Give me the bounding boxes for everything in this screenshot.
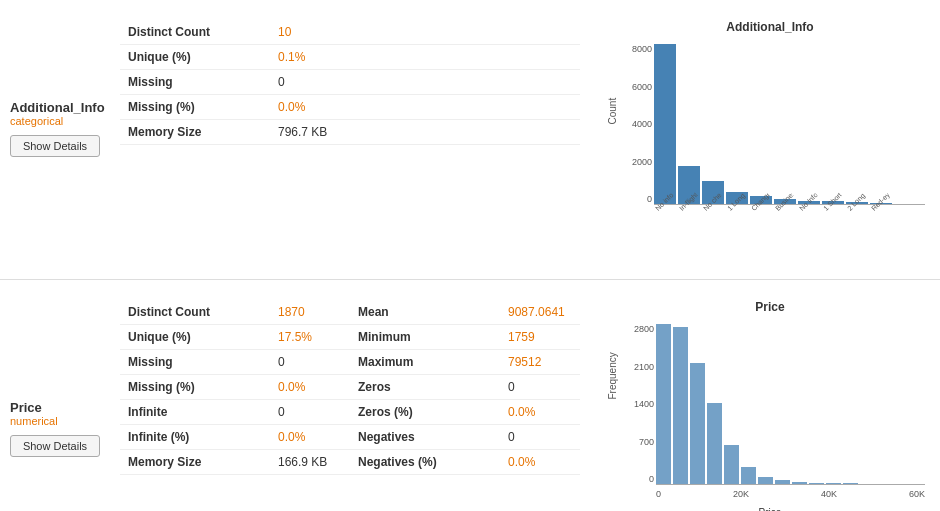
show-details-button-2[interactable]: Show Details: [10, 435, 100, 457]
stat-label: Distinct Count: [120, 20, 270, 45]
two-col-stats: Distinct Count 1870 Unique (%) 17.5% Mis…: [120, 300, 580, 475]
table-row: Negatives (%) 0.0%: [350, 450, 580, 475]
stat-value: 9087.0641: [500, 300, 580, 325]
hist-bar: [654, 44, 676, 204]
price-hist-bar: [690, 363, 705, 484]
table-row: Unique (%) 0.1%: [120, 45, 580, 70]
stat-label: Infinite: [120, 400, 270, 425]
stat-value: 0: [500, 375, 580, 400]
stat-label: Zeros: [350, 375, 500, 400]
stat-label: Unique (%): [120, 325, 270, 350]
field-name-label-2: Price: [10, 400, 90, 415]
table-row: Memory Size 166.9 KB: [120, 450, 350, 475]
y-axis-label-price: Frequency: [607, 352, 618, 399]
stat-value: 1759: [500, 325, 580, 350]
stats-col-right: Mean 9087.0641 Minimum 1759 Maximum 7951…: [350, 300, 580, 475]
table-row: Distinct Count 10: [120, 20, 580, 45]
stat-label: Memory Size: [120, 450, 270, 475]
y-tick-labels-price: 0 700 1400 2100 2800: [622, 324, 654, 484]
price-x-axis-line: [656, 484, 925, 485]
stats-table-1: Distinct Count 10 Unique (%) 0.1% Missin…: [120, 20, 580, 145]
stat-label: Missing: [120, 70, 270, 95]
stat-value: 0.0%: [500, 450, 580, 475]
stats-table-left: Distinct Count 1870 Unique (%) 17.5% Mis…: [120, 300, 350, 475]
chart-title-2: Price: [610, 300, 930, 314]
table-row: Minimum 1759: [350, 325, 580, 350]
y-tick: 8000: [624, 44, 652, 54]
price-histogram-bars: [656, 324, 909, 484]
x-tick: 0: [656, 489, 661, 499]
field-info-panel: Additional_Info categorical Show Details: [0, 10, 100, 269]
y-tick: 4000: [624, 119, 652, 129]
stats-col-left: Distinct Count 1870 Unique (%) 17.5% Mis…: [120, 300, 350, 475]
stat-label: Memory Size: [120, 120, 270, 145]
table-row: Mean 9087.0641: [350, 300, 580, 325]
stat-label: Negatives: [350, 425, 500, 450]
histogram-bars: [654, 44, 892, 204]
table-row: Unique (%) 17.5%: [120, 325, 350, 350]
table-row: Missing 0: [120, 70, 580, 95]
stat-label: Unique (%): [120, 45, 270, 70]
x-tick: 20K: [733, 489, 749, 499]
table-row: Distinct Count 1870: [120, 300, 350, 325]
stat-value: 0: [270, 70, 580, 95]
y-tick: 2100: [622, 362, 654, 372]
stat-label: Missing (%): [120, 95, 270, 120]
price-hist-bar: [673, 327, 688, 484]
table-row: Missing 0: [120, 350, 350, 375]
stats-panel-2: Distinct Count 1870 Unique (%) 17.5% Mis…: [100, 290, 600, 511]
table-row: Zeros 0: [350, 375, 580, 400]
price-hist-bar: [656, 324, 671, 484]
stat-value: 0.0%: [270, 95, 580, 120]
stat-label: Distinct Count: [120, 300, 270, 325]
show-details-button-1[interactable]: Show Details: [10, 135, 100, 157]
y-tick: 6000: [624, 82, 652, 92]
table-row: Maximum 79512: [350, 350, 580, 375]
stat-label: Infinite (%): [120, 425, 270, 450]
y-tick: 0: [622, 474, 654, 484]
stat-value: 0: [500, 425, 580, 450]
y-tick: 2800: [622, 324, 654, 334]
price-hist-bar: [758, 477, 773, 484]
stat-label: Missing: [120, 350, 270, 375]
stat-value: 79512: [500, 350, 580, 375]
stat-value: 17.5%: [270, 325, 350, 350]
price-hist-bar: [707, 403, 722, 484]
field-type-label: categorical: [10, 115, 90, 127]
price-section: Price numerical Show Details Distinct Co…: [0, 280, 940, 511]
price-x-title: Price: [610, 507, 930, 511]
price-hist-bar: [741, 467, 756, 484]
table-row: Negatives 0: [350, 425, 580, 450]
stat-label: Negatives (%): [350, 450, 500, 475]
additional-info-section: Additional_Info categorical Show Details…: [0, 0, 940, 280]
table-row: Memory Size 796.7 KB: [120, 120, 580, 145]
price-x-labels: 0 20K 40K 60K: [656, 489, 925, 499]
chart-panel-2: Price Frequency 0 700 1400 2100 2800: [600, 290, 940, 511]
x-tick: 40K: [821, 489, 837, 499]
x-axis-labels: No infoIn-flight mea...No check-in b...1…: [654, 207, 892, 262]
y-tick: 2000: [624, 157, 652, 167]
table-row: Missing (%) 0.0%: [120, 95, 580, 120]
chart-title-1: Additional_Info: [610, 20, 930, 34]
y-tick: 700: [622, 437, 654, 447]
table-row: Missing (%) 0.0%: [120, 375, 350, 400]
stat-label: Minimum: [350, 325, 500, 350]
stat-label: Missing (%): [120, 375, 270, 400]
chart-panel-1: Additional_Info Count 0 2000 4000 6000 8…: [600, 10, 940, 269]
stats-panel-1: Distinct Count 10 Unique (%) 0.1% Missin…: [100, 10, 600, 269]
stat-value: 0.1%: [270, 45, 580, 70]
field-info-panel-2: Price numerical Show Details: [0, 290, 100, 511]
stat-label: Zeros (%): [350, 400, 500, 425]
stat-value: 0: [270, 350, 350, 375]
x-tick: 60K: [909, 489, 925, 499]
y-tick: 0: [624, 194, 652, 204]
stat-value: 796.7 KB: [270, 120, 580, 145]
stat-value: 0: [270, 400, 350, 425]
stat-value: 1870: [270, 300, 350, 325]
stat-label: Maximum: [350, 350, 500, 375]
y-tick: 1400: [622, 399, 654, 409]
stat-label: Mean: [350, 300, 500, 325]
stat-value: 10: [270, 20, 580, 45]
stat-value: 0.0%: [270, 375, 350, 400]
y-tick-labels: 0 2000 4000 6000 8000: [624, 44, 652, 204]
